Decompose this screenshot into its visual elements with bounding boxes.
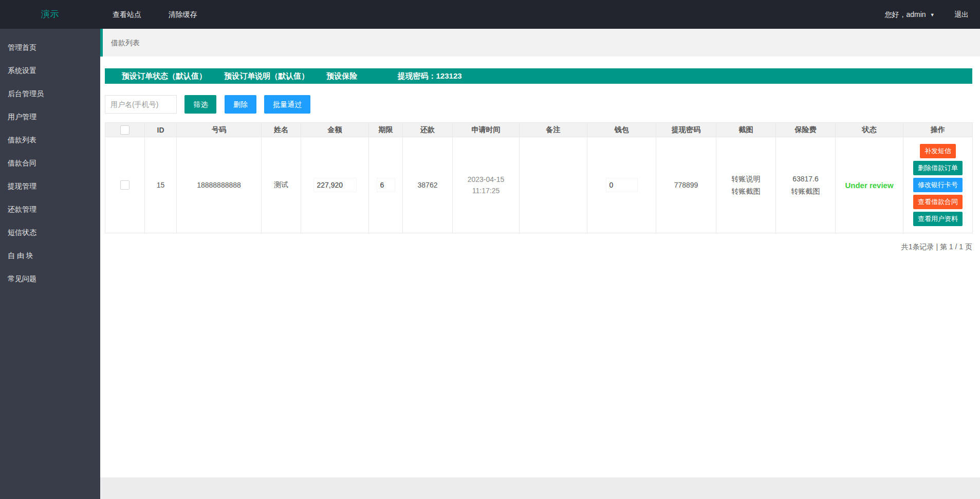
header-wallet: 钱包 [587,123,656,137]
nav-clear-cache[interactable]: 清除缓存 [156,0,209,29]
sidebar-item-faq[interactable]: 常见问题 [0,267,100,290]
batch-approve-button[interactable]: 批量通过 [264,95,310,114]
insurance-cell: 63817.6 转账截图 [776,137,836,233]
amount-input[interactable] [314,178,356,192]
preset-order-note-link[interactable]: 预设订单说明（默认值） [224,71,309,80]
insurance-fee-value: 63817.6 [778,173,833,185]
header-screenshot: 截图 [716,123,776,137]
repayment-cell: 38762 [403,137,453,233]
header-insurance-fee: 保险费 [776,123,836,137]
header-phone: 号码 [177,123,262,137]
content-inner: 预设订单状态（默认值） 预设订单说明（默认值） 预设保险 提现密码：123123… [105,68,972,252]
preset-banner: 预设订单状态（默认值） 预设订单说明（默认值） 预设保险 提现密码：123123 [105,68,972,84]
transfer-note-link[interactable]: 转账说明 [718,173,773,185]
select-all-checkbox[interactable] [120,125,130,135]
withdraw-password-label: 提现密码：123123 [398,71,462,80]
header-term: 期限 [369,123,403,137]
name-cell: 测试 [262,137,301,233]
breadcrumb: 借款列表 [100,29,980,57]
sidebar-item-loan-list[interactable]: 借款列表 [0,128,100,152]
transfer-screenshot-link[interactable]: 转账截图 [718,185,773,197]
row-checkbox[interactable] [120,180,130,190]
sidebar-item-loan-contract[interactable]: 借款合同 [0,152,100,175]
status-cell: Under review [836,137,903,233]
footer-bar [100,477,980,499]
id-cell: 15 [145,137,177,233]
actions-cell: 补发短信 删除借款订单 修改银行卡号 查看借款合同 查看用户资料 [903,137,973,233]
sidebar-item-backend-admins[interactable]: 后台管理员 [0,82,100,105]
top-nav: 查看站点 清除缓存 [100,0,209,29]
header-status: 状态 [836,123,903,137]
sidebar-item-withdraw-management[interactable]: 提现管理 [0,175,100,198]
filter-row: 筛选 删除 批量通过 [105,95,972,114]
preset-order-status-link[interactable]: 预设订单状态（默认值） [122,71,207,80]
chevron-down-icon: ▼ [930,1,935,29]
amount-cell [301,137,369,233]
header-checkbox-cell [105,123,145,137]
view-loan-contract-button[interactable]: 查看借款合同 [913,195,963,209]
app-logo[interactable]: 演示 [0,0,100,29]
top-header-bar: 演示 查看站点 清除缓存 您好，admin▼ 退出 [0,0,980,29]
pagination[interactable]: 共1条记录 | 第 1 / 1 页 [105,243,972,252]
delete-loan-order-button[interactable]: 删除借款订单 [913,161,963,175]
header-amount: 金额 [301,123,369,137]
delete-button[interactable]: 删除 [225,95,256,114]
row-checkbox-cell [105,137,145,233]
sidebar-item-system-settings[interactable]: 系统设置 [0,59,100,82]
withdraw-password-cell: 778899 [656,137,716,233]
header-remark: 备注 [520,123,587,137]
apply-time-cell: 2023-04-15 11:17:25 [453,137,520,233]
screenshot-cell: 转账说明 转账截图 [716,137,776,233]
apply-date: 2023-04-15 [455,174,517,185]
username-search-input[interactable] [105,95,177,114]
filter-button[interactable]: 筛选 [184,95,216,114]
header-name: 姓名 [262,123,301,137]
page-title: 借款列表 [111,39,140,47]
sidebar-item-free-block[interactable]: 自 由 块 [0,244,100,267]
sidebar-item-repayment-management[interactable]: 还款管理 [0,198,100,221]
header-apply-time: 申请时间 [453,123,520,137]
sidebar-item-user-management[interactable]: 用户管理 [0,105,100,128]
table-row: 15 18888888888 测试 38762 2023-04-15 11:17… [105,137,973,233]
header-withdraw-password: 提现密码 [656,123,716,137]
header-repayment: 还款 [403,123,453,137]
main-content: 借款列表 预设订单状态（默认值） 预设订单说明（默认值） 预设保险 提现密码：1… [100,29,980,499]
resend-sms-button[interactable]: 补发短信 [920,144,956,158]
preset-insurance-link[interactable]: 预设保险 [326,71,357,80]
sidebar: 管理首页 系统设置 后台管理员 用户管理 借款列表 借款合同 提现管理 还款管理… [0,29,100,499]
term-cell [369,137,403,233]
top-right-area: 您好，admin▼ 退出 [884,0,969,29]
wallet-input[interactable] [606,178,637,192]
greeting-label: 您好，admin [884,10,926,19]
apply-time: 11:17:25 [455,185,517,196]
user-menu[interactable]: 您好，admin▼ [884,10,934,19]
wallet-cell [587,137,656,233]
table-header-row: ID 号码 姓名 金额 期限 还款 申请时间 备注 钱包 提现密码 截图 保险费… [105,123,973,137]
term-input[interactable] [377,178,395,192]
phone-cell: 18888888888 [177,137,262,233]
remark-cell [520,137,587,233]
loan-table: ID 号码 姓名 金额 期限 还款 申请时间 备注 钱包 提现密码 截图 保险费… [105,122,973,233]
header-id: ID [145,123,177,137]
view-user-profile-button[interactable]: 查看用户资料 [913,212,963,226]
sidebar-item-sms-status[interactable]: 短信状态 [0,221,100,244]
status-badge: Under review [845,181,893,190]
nav-view-site[interactable]: 查看站点 [100,0,154,29]
sidebar-menu: 管理首页 系统设置 后台管理员 用户管理 借款列表 借款合同 提现管理 还款管理… [0,29,100,290]
header-actions: 操作 [903,123,973,137]
logout-link[interactable]: 退出 [954,10,969,19]
sidebar-item-admin-home[interactable]: 管理首页 [0,36,100,59]
edit-bank-card-button[interactable]: 修改银行卡号 [913,178,963,192]
insurance-screenshot-link[interactable]: 转账截图 [778,185,833,197]
